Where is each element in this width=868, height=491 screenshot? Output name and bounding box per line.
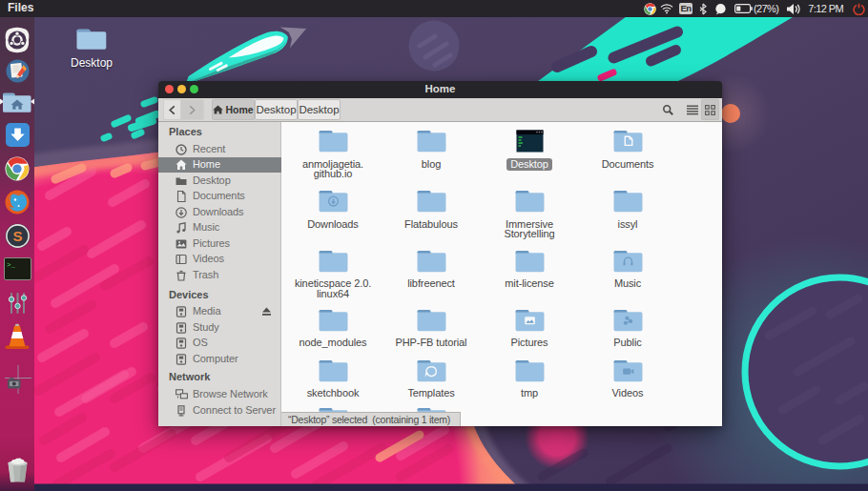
svg-text:S: S	[12, 228, 22, 244]
svg-text:>_: >_	[7, 261, 16, 269]
